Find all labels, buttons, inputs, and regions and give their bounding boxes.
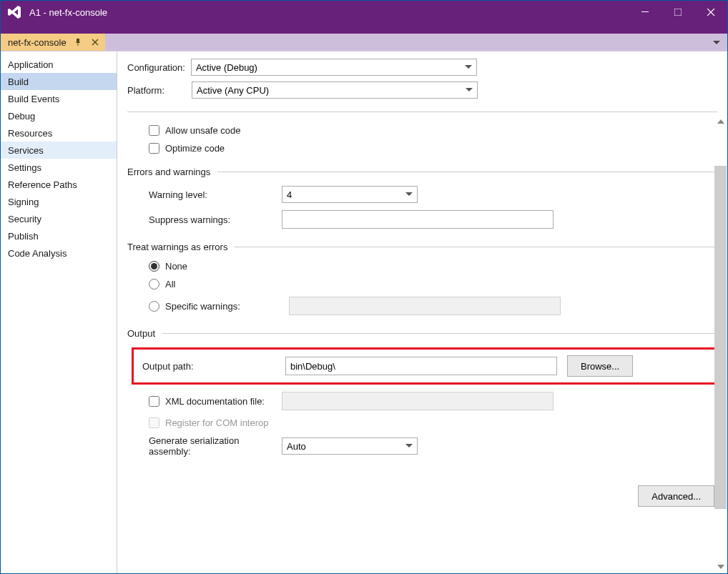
configuration-label: Configuration:	[127, 62, 185, 73]
xml-doc-checkbox[interactable]: XML documentation file:	[149, 396, 265, 407]
pin-icon[interactable]	[72, 36, 84, 48]
scroll-down-icon	[717, 565, 724, 569]
sidebar-item-build-events[interactable]: Build Events	[1, 90, 117, 107]
scroll-up-icon	[717, 119, 724, 124]
sidebar-item-settings[interactable]: Settings	[1, 159, 117, 176]
treat-none-radio[interactable]: None	[149, 261, 717, 272]
maximize-button[interactable]	[661, 1, 694, 24]
scrollbar-thumb[interactable]	[714, 166, 727, 509]
close-tab-icon[interactable]	[89, 36, 101, 48]
svg-rect-1	[674, 9, 682, 16]
sidebar-item-services[interactable]: Services	[1, 142, 117, 159]
platform-label: Platform:	[127, 85, 164, 96]
treat-specific-radio[interactable]: Specific warnings:	[149, 301, 240, 312]
sidebar-item-build[interactable]: Build	[1, 73, 117, 90]
warning-level-select[interactable]: 4	[282, 186, 418, 203]
gen-serialization-select[interactable]: Auto	[282, 437, 418, 455]
sidebar-item-debug[interactable]: Debug	[1, 107, 117, 124]
warning-level-label: Warning level:	[127, 189, 282, 200]
output-path-highlight: Output path: Browse...	[132, 347, 717, 385]
specific-warnings-input	[289, 297, 561, 315]
tab-label: net-fx-console	[8, 37, 67, 48]
register-com-checkbox: Register for COM interop	[149, 417, 717, 428]
advanced-button[interactable]: Advanced...	[638, 485, 714, 507]
vs-logo-icon	[6, 4, 22, 20]
sidebar-item-signing[interactable]: Signing	[1, 193, 117, 210]
xml-doc-input	[282, 392, 554, 410]
sidebar-item-code-analysis[interactable]: Code Analysis	[1, 244, 117, 262]
section-output: Output	[127, 328, 155, 339]
platform-select[interactable]: Active (Any CPU)	[192, 81, 478, 99]
sidebar-item-reference-paths[interactable]: Reference Paths	[1, 176, 117, 193]
document-tab[interactable]: net-fx-console	[1, 34, 105, 51]
tab-overflow-menu[interactable]	[710, 36, 723, 49]
browse-button[interactable]: Browse...	[567, 355, 633, 377]
output-path-label: Output path:	[142, 361, 285, 372]
close-button[interactable]	[694, 1, 727, 24]
sidebar-item-security[interactable]: Security	[1, 210, 117, 227]
allow-unsafe-checkbox[interactable]: Allow unsafe code	[149, 125, 717, 136]
minimize-button[interactable]	[629, 1, 661, 24]
sidebar-item-publish[interactable]: Publish	[1, 227, 117, 244]
treat-all-radio[interactable]: All	[149, 279, 717, 290]
section-treat-warnings: Treat warnings as errors	[127, 242, 227, 252]
svg-rect-0	[641, 11, 649, 12]
suppress-warnings-label: Suppress warnings:	[127, 214, 282, 225]
section-errors-warnings: Errors and warnings	[127, 167, 210, 177]
optimize-code-checkbox[interactable]: Optimize code	[149, 143, 717, 154]
suppress-warnings-input[interactable]	[282, 210, 554, 229]
window-title: A1 - net-fx-console	[29, 7, 629, 18]
output-path-input[interactable]	[285, 357, 557, 375]
sidebar-item-resources[interactable]: Resources	[1, 124, 117, 142]
sidebar-item-application[interactable]: Application	[1, 56, 117, 73]
configuration-select[interactable]: Active (Debug)	[191, 59, 477, 76]
gen-serialization-label: Generate serialization assembly:	[127, 435, 282, 457]
